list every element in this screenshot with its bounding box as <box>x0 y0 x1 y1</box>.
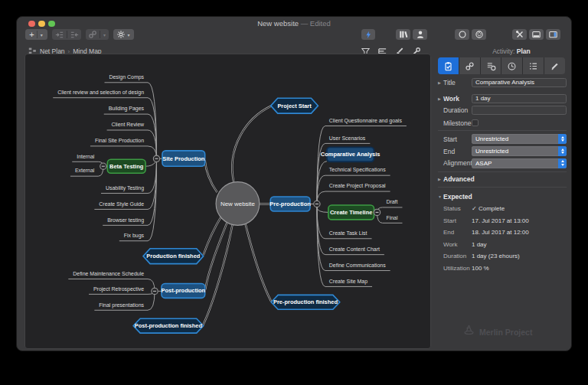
disclosure-triangle-icon[interactable]: ▶ <box>438 96 443 101</box>
panel-right-button[interactable] <box>546 29 560 40</box>
stepper-icon <box>558 134 567 144</box>
svg-text:New website: New website <box>220 201 256 207</box>
row-value: ✓ Complete <box>472 205 567 212</box>
indent-right-button[interactable] <box>54 30 64 40</box>
window-title: New website — Edited <box>17 19 571 28</box>
work-input[interactable]: 1 day <box>472 94 567 103</box>
disclosure-triangle-icon[interactable]: ▶ <box>438 177 443 181</box>
svg-text:Create Content Chart: Create Content Chart <box>329 246 380 252</box>
title-input[interactable]: Comparative Analysis <box>472 78 567 87</box>
mindmap-milestone-pre_production_finished[interactable]: Pre-production finished <box>271 295 340 309</box>
panel-bottom-button[interactable] <box>529 29 544 40</box>
svg-text:User Scenarios: User Scenarios <box>329 135 366 141</box>
mindmap-milestone-post_production_finished[interactable]: Post-production finished <box>133 318 204 333</box>
panel-right-icon <box>548 30 558 39</box>
svg-text:Fix bugs: Fix bugs <box>124 233 145 239</box>
section-title: Expected <box>443 193 472 201</box>
inspector-panel: ▶ Title Comparative Analysis ▶ Work 1 da… <box>432 44 572 351</box>
duration-input[interactable] <box>472 106 567 115</box>
collapse-toggle-icon[interactable] <box>374 209 380 215</box>
mindmap-node-site_production[interactable]: Site Production <box>162 151 205 166</box>
end-row: End Unrestricted <box>438 146 567 156</box>
indent-group <box>52 29 81 40</box>
divider <box>438 130 567 131</box>
expected-row: Start 17. Jul 2017 at 13:00 <box>438 216 567 226</box>
collapse-toggle-icon[interactable] <box>314 201 320 207</box>
section-title: Advanced <box>443 175 475 183</box>
advanced-section-header[interactable]: ▶ Advanced <box>438 174 567 184</box>
mindmap-leaf-create_project_proposal[interactable]: Create Project Proposal <box>317 183 390 204</box>
svg-text:Create Project Proposal: Create Project Proposal <box>329 183 386 189</box>
start-row: Start Unrestricted <box>438 134 567 144</box>
row-value: 1 day (23 ehours) <box>472 253 567 259</box>
mindmap-leaf-draft[interactable]: Draft <box>377 199 402 212</box>
circle-outline-icon <box>458 30 467 39</box>
chevron-down-icon: ▾ <box>103 32 106 38</box>
link-icon <box>88 30 97 39</box>
settings-button[interactable]: ▾ <box>113 29 134 40</box>
stepper-icon <box>558 146 567 156</box>
tab-time[interactable] <box>501 57 523 74</box>
panel-bottom-icon <box>531 30 541 39</box>
library-button[interactable] <box>396 29 410 40</box>
row-label: Status <box>443 205 472 212</box>
divider <box>438 187 567 188</box>
tab-links[interactable] <box>459 57 481 74</box>
title-bar[interactable]: New website — Edited <box>17 17 571 29</box>
mindmap-leaf-project_retrospective[interactable]: Project Retrospective <box>89 286 155 295</box>
row-value: 1 day <box>472 241 567 248</box>
collapse-toggle-icon[interactable] <box>152 288 158 294</box>
title-row: ▶ Title Comparative Analysis <box>438 77 567 87</box>
disclosure-triangle-icon[interactable]: ▶ <box>438 80 443 85</box>
end-dropdown[interactable]: Unrestricted <box>472 146 567 156</box>
row-label: Utilization <box>443 265 472 272</box>
svg-text:Pre-production: Pre-production <box>270 201 311 207</box>
svg-text:Draft: Draft <box>386 199 397 204</box>
mindmap-leaf-building_pages[interactable]: Building Pages <box>104 106 157 158</box>
mindmap-milestone-project_start[interactable]: Project Start <box>271 98 318 113</box>
mindmap-canvas[interactable]: Design CompsClient review and selection … <box>24 54 431 349</box>
add-button[interactable]: + ▾ <box>25 29 47 40</box>
resources-button[interactable] <box>413 29 427 40</box>
mindmap-node-comparative_analysis[interactable]: Comparative Analysis <box>321 147 381 162</box>
tab-task-info[interactable] <box>438 57 459 74</box>
start-dropdown[interactable]: Unrestricted <box>472 134 567 144</box>
mindmap-leaf-external[interactable]: External <box>70 166 103 176</box>
gear-icon <box>116 30 126 39</box>
collapse-toggle-icon[interactable] <box>153 155 159 162</box>
field-label: Start <box>443 135 472 143</box>
outdent-left-button[interactable] <box>70 30 80 40</box>
expected-row: Status ✓ Complete <box>438 204 567 214</box>
field-label: Title <box>443 79 472 86</box>
tab-finance[interactable] <box>481 57 502 74</box>
collapse-toggle-icon[interactable] <box>100 163 106 169</box>
tab-notes[interactable] <box>544 57 565 74</box>
link-button[interactable]: ▾ <box>86 29 109 40</box>
disclosure-triangle-icon[interactable]: ▼ <box>438 194 443 199</box>
svg-text:Internal: Internal <box>77 154 95 159</box>
mindmap-leaf-internal[interactable]: Internal <box>72 154 103 167</box>
alignment-dropdown[interactable]: ASAP <box>472 158 567 168</box>
expected-row: Utilization 100 % <box>438 263 567 273</box>
mindmap-leaf-final_site_production[interactable]: Final Site Production <box>90 138 157 158</box>
activity-flash-button[interactable] <box>361 29 375 40</box>
network-globe-button[interactable] <box>472 29 486 40</box>
mindmap-leaf-final[interactable]: Final <box>377 212 402 223</box>
tab-assignments[interactable] <box>523 57 544 74</box>
mindmap-node-post_production[interactable]: Post-production <box>162 283 206 298</box>
expected-section-header[interactable]: ▼ Expected <box>438 191 567 201</box>
mindmap-node-create_timeline[interactable]: Create Timeline <box>328 205 374 220</box>
app-branding: Merlin Project <box>462 324 532 340</box>
library-icon <box>399 30 408 39</box>
svg-text:Create Task List: Create Task List <box>329 230 368 236</box>
mindmap-node-beta_testing[interactable]: Beta Testing <box>107 159 145 173</box>
svg-text:Post-production finished: Post-production finished <box>135 322 203 329</box>
svg-text:Client Questionnaire and goals: Client Questionnaire and goals <box>329 118 403 124</box>
mindmap-node-pre_production[interactable]: Pre-production <box>270 197 311 211</box>
sync-circle-button[interactable] <box>455 29 469 40</box>
plus-icon: + <box>29 31 34 38</box>
mindmap-milestone-production_finished[interactable]: Production finished <box>143 249 204 264</box>
milestone-checkbox[interactable] <box>472 119 479 126</box>
tools-button[interactable] <box>512 29 527 40</box>
mindmap-node-root[interactable]: New website <box>216 182 260 226</box>
